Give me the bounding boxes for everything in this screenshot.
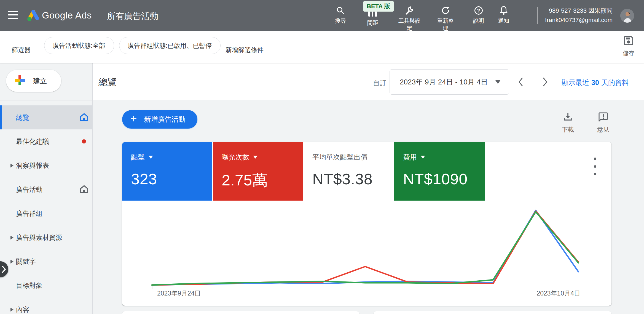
sidebar-item-insights-reports[interactable]: 洞察與報表 <box>0 153 93 177</box>
overview-card: 點擊 323 曝光次數 2.75萬 平均單次點擊出價 NT$3.38 費用 NT… <box>122 142 611 306</box>
search-icon <box>336 6 345 15</box>
create-label: 建立 <box>33 76 47 86</box>
card-overflow-menu[interactable] <box>589 158 600 175</box>
refresh-button[interactable]: 重新整理 <box>430 6 461 32</box>
add-filter-button[interactable]: 新增篩選條件 <box>226 46 264 54</box>
next-range-button[interactable] <box>540 74 551 90</box>
chevron-right-icon <box>10 260 14 264</box>
chevron-down-icon <box>421 156 425 159</box>
feedback-button[interactable]: 意見 <box>587 112 620 134</box>
x-axis-label-start: 2023年9月24日 <box>157 290 201 297</box>
save-icon <box>623 35 634 47</box>
home-icon <box>79 113 89 123</box>
download-icon <box>563 112 573 123</box>
sidebar-divider <box>0 100 93 100</box>
date-mode-label: 自訂 <box>373 79 386 87</box>
sidebar-item-audiences[interactable]: 目標對象 <box>0 273 93 297</box>
sidebar-item-ad-groups[interactable]: 廣告群組 <box>0 201 93 225</box>
content-area: + 新增廣告活動 下載 意見 <box>93 100 644 314</box>
sidebar: 建立 總覽 最佳化建議 洞察與報表 廣 <box>0 63 93 314</box>
previous-range-button[interactable] <box>515 74 526 90</box>
chevron-right-icon <box>2 265 6 273</box>
x-axis-label-end: 2023年10月4日 <box>536 290 580 297</box>
avatar[interactable] <box>620 9 634 23</box>
chevron-down-icon <box>495 80 500 84</box>
save-button[interactable]: 儲存 <box>618 35 640 57</box>
chevron-left-icon <box>518 77 524 87</box>
notifications-button[interactable]: 通知 <box>489 6 519 25</box>
sidebar-nav: 總覽 最佳化建議 洞察與報表 廣告活動 <box>0 105 93 314</box>
chevron-right-icon <box>10 308 14 312</box>
show-last-30-days-link[interactable]: 顯示最近30天的資料 <box>562 78 629 87</box>
filter-label: 篩選器 <box>12 46 31 54</box>
beta-badge: BETA 版 <box>363 1 394 12</box>
svg-text:?: ? <box>477 8 480 14</box>
account-info[interactable]: 989-527-3233 因果顧問 frank040737@gmail.com <box>540 6 613 25</box>
page-title: 總覽 <box>98 76 117 88</box>
wrench-icon <box>405 6 414 15</box>
lower-left-card <box>122 311 359 314</box>
sidebar-item-campaigns[interactable]: 廣告活動 <box>0 177 93 201</box>
scorecard-impressions[interactable]: 曝光次數 2.75萬 <box>213 142 304 201</box>
scorecards: 點擊 323 曝光次數 2.75萬 平均單次點擊出價 NT$3.38 費用 NT… <box>122 142 485 201</box>
brand-name: Google Ads <box>42 10 92 21</box>
scorecard-clicks[interactable]: 點擊 323 <box>122 142 213 201</box>
chevron-right-icon <box>10 236 14 240</box>
chart-lines <box>152 210 578 285</box>
scorecard-avg-cpc[interactable]: 平均單次點擊出價 NT$3.38 <box>304 142 394 201</box>
plus-icon: + <box>130 113 137 126</box>
topbar: Google Ads 所有廣告活動 搜尋 間距 BETA 版 <box>0 0 644 31</box>
notification-dot <box>82 139 86 143</box>
account-divider <box>537 7 538 24</box>
scorecard-value: 2.75萬 <box>222 170 303 191</box>
help-icon: ? <box>474 6 483 15</box>
sidebar-item-keywords[interactable]: 關鍵字 <box>0 249 93 273</box>
home-icon <box>79 185 89 195</box>
sidebar-item-recommendations[interactable]: 最佳化建議 <box>0 129 93 153</box>
sidebar-item-overview[interactable]: 總覽 <box>0 105 93 129</box>
sidebar-item-content[interactable]: 內容 <box>0 297 93 314</box>
scorecard-value: NT$1090 <box>403 170 485 188</box>
google-ads-app: Google Ads 所有廣告活動 搜尋 間距 BETA 版 <box>0 0 644 314</box>
chevron-down-icon <box>253 156 257 159</box>
overview-chart: 2023年9月24日 2023年10月4日 <box>122 201 611 306</box>
scorecard-cost[interactable]: 費用 NT$1090 <box>394 142 485 201</box>
scorecard-value: 323 <box>131 170 212 188</box>
lower-right-card <box>374 311 611 314</box>
google-ads-logo-icon <box>26 9 40 23</box>
sidebar-item-ads-assets[interactable]: 廣告與素材資源 <box>0 225 93 249</box>
filter-chip-campaign-status[interactable]: 廣告活動狀態:全部 <box>44 37 114 54</box>
feedback-icon <box>598 112 608 123</box>
download-button[interactable]: 下載 <box>551 112 584 134</box>
new-campaign-button[interactable]: + 新增廣告活動 <box>122 110 197 129</box>
topbar-page-title: 所有廣告活動 <box>107 10 158 22</box>
date-range-picker[interactable]: 2023年 9月 24日 - 10月 4日 <box>390 69 509 95</box>
chevron-down-icon <box>149 156 153 159</box>
create-plus-icon <box>14 75 25 87</box>
account-email: frank040737@gmail.com <box>540 15 613 25</box>
topbar-divider <box>100 8 100 24</box>
account-name: 989-527-3233 因果顧問 <box>540 6 613 15</box>
tools-settings-button[interactable]: 工具與設定 <box>394 6 425 32</box>
date-range-value: 2023年 9月 24日 - 10月 4日 <box>400 77 488 87</box>
scorecard-value: NT$3.38 <box>312 170 394 188</box>
refresh-icon <box>441 6 450 15</box>
main-header: 總覽 自訂 2023年 9月 24日 - 10月 4日 顯示最近30天的資料 <box>93 63 644 100</box>
menu-icon[interactable] <box>8 11 18 20</box>
search-button[interactable]: 搜尋 <box>325 6 356 25</box>
bell-icon <box>500 6 508 15</box>
create-button[interactable]: 建立 <box>6 70 61 92</box>
chevron-right-icon <box>542 77 548 87</box>
chevron-right-icon <box>10 164 14 167</box>
filter-chip-adgroup-status[interactable]: 廣告群組狀態:已啟用、已暫停 <box>119 37 221 54</box>
